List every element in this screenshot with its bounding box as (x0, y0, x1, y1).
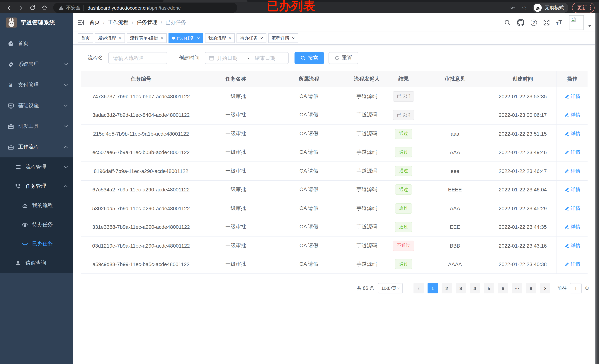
sidebar-item-系统管理[interactable]: 系统管理 (0, 54, 73, 75)
next-page-button[interactable]: › (540, 283, 550, 293)
more-pages-button[interactable]: ··· (512, 283, 522, 293)
sidebar-item-已办任务[interactable]: 已办任务 (0, 234, 73, 254)
breadcrumb-item[interactable]: 首页 (89, 19, 100, 26)
sidebar-item-流程管理[interactable]: 流程管理 (0, 157, 73, 177)
starter-cell: 芋道源码 (348, 162, 386, 180)
tab-close-icon[interactable]: × (229, 36, 231, 40)
key-icon[interactable] (510, 5, 516, 11)
tab-首页[interactable]: 首页 (78, 33, 93, 43)
date-range-picker[interactable]: - (205, 52, 289, 64)
address-bar[interactable]: 不安全 dashboard.yudao.iocoder.cn/bpm/task/… (53, 3, 237, 13)
tab-已办任务[interactable]: 已办任务× (168, 33, 203, 43)
tree-icon (15, 164, 21, 170)
sidebar-fold-icon[interactable] (78, 19, 84, 26)
browser-home-button[interactable] (40, 3, 49, 12)
page-button-2[interactable]: 2 (441, 283, 452, 293)
help-icon[interactable]: ? (531, 19, 537, 26)
pager: ‹123456···9› (412, 283, 552, 293)
browser-forward-button[interactable] (16, 3, 25, 12)
detail-link[interactable]: 详情 (564, 168, 580, 174)
created-time-cell: 2022-01-22 23:44:35 (489, 218, 557, 236)
pagination-total: 共 86 条 (357, 285, 374, 292)
action-cell: 详情 (556, 106, 588, 124)
end-date-input[interactable] (255, 55, 282, 61)
font-size-icon[interactable]: TT (556, 20, 562, 26)
detail-link[interactable]: 详情 (564, 205, 580, 212)
start-date-input[interactable] (217, 55, 244, 61)
tab-流程表单-编辑[interactable]: 流程表单-编辑× (127, 33, 167, 43)
created-time-cell: 2022-01-22 23:49:46 (489, 143, 557, 161)
starter-cell: 芋道源码 (348, 106, 386, 124)
reset-button[interactable]: 重置 (328, 52, 358, 64)
prev-page-button[interactable]: ‹ (414, 283, 424, 293)
sidebar-item-研发工具[interactable]: 研发工具 (0, 116, 73, 137)
table-body: 74736737-7b9b-11ec-b5b7-acde48001122一级审批… (81, 87, 588, 274)
page-button-9[interactable]: 9 (526, 283, 536, 293)
browser-menu-icon[interactable] (590, 5, 591, 10)
page-button-6[interactable]: 6 (498, 283, 508, 293)
search-button[interactable]: 搜索 (294, 52, 324, 64)
result-tag: 通过 (395, 166, 412, 176)
avatar-caret-icon[interactable] (588, 22, 592, 28)
sidebar-item-请假查询[interactable]: 请假查询 (0, 254, 73, 273)
result-tag: 通过 (395, 222, 412, 232)
tab-close-icon[interactable]: × (260, 36, 263, 40)
browser-back-button[interactable] (4, 3, 13, 12)
breadcrumb-item[interactable]: 任务管理 (137, 19, 158, 26)
detail-link[interactable]: 详情 (564, 224, 580, 231)
sidebar-item-首页[interactable]: 首页 (0, 33, 73, 54)
detail-link[interactable]: 详情 (564, 242, 580, 249)
browser-reload-button[interactable] (28, 3, 37, 12)
detail-link[interactable]: 详情 (564, 261, 580, 268)
app-logo[interactable]: 芋道管理系统 (0, 13, 73, 32)
column-header-创建时间: 创建时间 (489, 71, 557, 87)
tab-待办任务[interactable]: 待办任务× (237, 33, 266, 43)
breadcrumb-item[interactable]: 工作流程 (108, 19, 129, 26)
yen-icon: ¥ (7, 82, 14, 88)
page-size-select[interactable]: 10条/页 (378, 283, 403, 293)
page-button-1[interactable]: 1 (428, 283, 438, 293)
detail-link[interactable]: 详情 (564, 149, 580, 156)
detail-label: 详情 (571, 93, 580, 100)
sidebar-item-我的流程[interactable]: 我的流程 (0, 196, 73, 215)
action-cell: 详情 (556, 180, 588, 199)
avatar[interactable] (569, 15, 584, 30)
browser-scrollbar[interactable] (595, 13, 599, 364)
tab-close-icon[interactable]: × (197, 36, 200, 40)
github-icon[interactable] (517, 19, 524, 26)
sidebar-item-任务管理[interactable]: 任务管理 (0, 177, 73, 196)
detail-link[interactable]: 详情 (564, 93, 580, 100)
tab-close-icon[interactable]: × (160, 36, 163, 40)
fullscreen-icon[interactable] (543, 19, 550, 26)
page-button-4[interactable]: 4 (470, 283, 480, 293)
sidebar-item-label: 研发工具 (18, 123, 39, 130)
table-row: 8196daff-7b9a-11ec-a290-acde48001122一级审批… (81, 162, 588, 180)
process-cell: OA 请假 (270, 255, 348, 274)
task-name-cell: 一级审批 (201, 218, 271, 236)
detail-link[interactable]: 详情 (564, 186, 580, 193)
sidebar-item-待办任务[interactable]: 待办任务 (0, 215, 73, 234)
goto-page-input[interactable] (570, 283, 582, 293)
sidebar: 芋道管理系统 首页系统管理¥支付管理基础设施研发工具工作流程流程管理任务管理我的… (0, 13, 73, 364)
sidebar-item-label: 待办任务 (32, 221, 53, 228)
tab-close-icon[interactable]: × (292, 36, 295, 40)
page-button-5[interactable]: 5 (484, 283, 494, 293)
action-cell: 详情 (556, 87, 588, 106)
bookmark-star-icon[interactable]: ☆ (522, 4, 527, 11)
browser-update-button[interactable]: 更新 (572, 3, 595, 13)
page-button-3[interactable]: 3 (456, 283, 466, 293)
sidebar-item-工作流程[interactable]: 工作流程 (0, 137, 73, 157)
sidebar-item-支付管理[interactable]: ¥支付管理 (0, 75, 73, 95)
sidebar-item-基础设施[interactable]: 基础设施 (0, 95, 73, 116)
tab-发起流程[interactable]: 发起流程× (95, 33, 125, 43)
process-name-input[interactable] (108, 52, 167, 64)
tab-close-icon[interactable]: × (119, 36, 121, 40)
tab-流程详情[interactable]: 流程详情× (268, 33, 298, 43)
task-name-cell: 一级审批 (201, 180, 271, 199)
detail-link[interactable]: 详情 (564, 130, 580, 137)
app-title: 芋道管理系统 (21, 19, 55, 26)
detail-link[interactable]: 详情 (564, 112, 580, 118)
detail-label: 详情 (571, 112, 580, 118)
tab-我的流程[interactable]: 我的流程× (205, 33, 235, 43)
header-search-icon[interactable] (504, 19, 511, 26)
